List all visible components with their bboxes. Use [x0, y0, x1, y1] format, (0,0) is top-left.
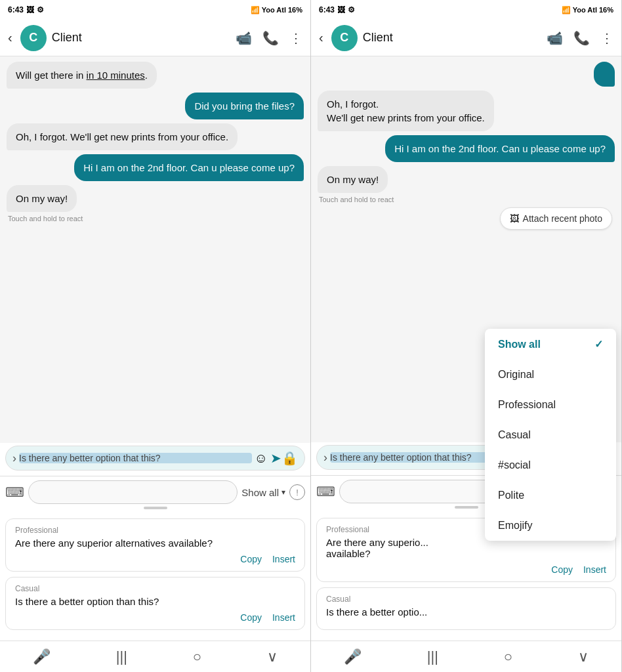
back-nav-left[interactable]: ∨ — [267, 648, 278, 665]
insert-btn-professional-left[interactable]: Insert — [272, 554, 295, 564]
card-actions-professional-right: Copy Insert — [326, 564, 606, 575]
drag-handle-left — [144, 507, 167, 509]
video-call-icon-left[interactable]: 📹 — [233, 28, 255, 49]
right-panel: 6:43 🖼 ⚙ 📶 Yoo Atl 16% ‹ C Client 📹 📞 ⋮ … — [311, 0, 622, 672]
dropdown-item-polite[interactable]: Polite — [485, 480, 616, 511]
show-all-btn-left[interactable]: Show all ▾ — [241, 487, 285, 498]
video-call-icon-right[interactable]: 📹 — [544, 28, 566, 49]
header-icons-left: 📹 📞 ⋮ — [233, 28, 305, 49]
contact-name-right: Client — [363, 31, 539, 45]
input-toolbar-left: ⌨ Show all ▾ ! — [5, 480, 305, 504]
attach-photo-button[interactable]: 🖼 Attach recent photo — [500, 207, 612, 230]
info-icon-left[interactable]: ! — [289, 484, 305, 500]
dropdown-item-casual-label: Casual — [498, 429, 531, 441]
header-right: ‹ C Client 📹 📞 ⋮ — [311, 20, 621, 56]
suggestion-cards-left: Professional Are there any superior alte… — [0, 516, 310, 640]
mic-nav-right[interactable]: 🎤 — [344, 648, 362, 665]
dropdown-item-emojify[interactable]: Emojify — [485, 511, 616, 541]
dropdown-item-show-all[interactable]: Show all ✓ — [485, 329, 616, 360]
dropdown-item-professional[interactable]: Professional — [485, 390, 616, 420]
recents-nav-right[interactable]: ||| — [427, 648, 438, 665]
dropdown-item-show-all-label: Show all — [498, 339, 541, 350]
drag-handle-right — [455, 506, 478, 509]
home-nav-right[interactable]: ○ — [504, 648, 512, 665]
copy-btn-professional-right[interactable]: Copy — [551, 564, 573, 575]
msg-received-right-1: Oh, I forgot.We'll get new prints from y… — [318, 91, 494, 131]
status-time-left: 6:43 🖼 ⚙ — [8, 5, 44, 14]
expand-icon-left[interactable]: › — [12, 452, 16, 465]
dropdown-item-original[interactable]: Original — [485, 360, 616, 390]
mic-nav-left[interactable]: 🎤 — [33, 648, 51, 665]
settings-icon-right: ⚙ — [348, 5, 355, 14]
avatar-right: C — [331, 25, 358, 51]
copy-btn-casual-left[interactable]: Copy — [240, 612, 262, 623]
wifi-icon-right: 📶 — [562, 6, 571, 14]
dropdown-item-casual[interactable]: Casual — [485, 420, 616, 450]
status-time-right: 6:43 🖼 ⚙ — [319, 5, 355, 14]
status-right-left: 📶 Yoo Atl 16% — [251, 6, 302, 14]
dropdown-item-professional-label: Professional — [498, 399, 556, 411]
msg-sent-right-0 — [594, 62, 615, 87]
home-nav-left[interactable]: ○ — [193, 648, 201, 665]
card-text-casual-right: Is there a better optio... — [326, 606, 606, 618]
msg-sent-2: Hi I am on the 2nd floor. Can u please c… — [74, 154, 304, 181]
copy-btn-professional-left[interactable]: Copy — [240, 554, 262, 564]
keyboard-icon-right[interactable]: ⌨ — [316, 484, 335, 499]
settings-icon-left: ⚙ — [37, 5, 44, 14]
compose-row-left[interactable]: › Is there any better option that this? … — [5, 446, 305, 471]
more-icon-right[interactable]: ⋮ — [598, 28, 616, 49]
send-icon-left[interactable]: ➤🔒 — [270, 450, 298, 466]
card-label-professional-left: Professional — [15, 526, 295, 535]
input-area-left: ⌨ Show all ▾ ! — [0, 476, 310, 516]
msg-sent-1: Did you bring the files? — [185, 93, 304, 119]
status-bar-right: 6:43 🖼 ⚙ 📶 Yoo Atl 16% — [311, 0, 621, 20]
card-actions-professional-left: Copy Insert — [15, 554, 295, 564]
more-icon-left[interactable]: ⋮ — [287, 28, 305, 49]
expand-icon-right[interactable]: › — [323, 451, 327, 465]
back-nav-right[interactable]: ∨ — [578, 648, 589, 665]
back-button-right[interactable]: ‹ — [316, 28, 326, 48]
compose-text-left[interactable]: Is there any better option that this? — [19, 453, 252, 463]
phone-icon-left[interactable]: 📞 — [260, 28, 281, 49]
check-icon-show-all: ✓ — [594, 338, 603, 350]
recents-nav-left[interactable]: ||| — [116, 648, 127, 665]
dropdown-item-social-label: #social — [498, 459, 531, 471]
phone-icon-right[interactable]: 📞 — [571, 28, 592, 49]
signal-icon-left: Yoo Atl — [262, 6, 286, 14]
msg-sent-right-2: Hi I am on the 2nd floor. Can u please c… — [385, 135, 615, 162]
dropdown-item-emojify-label: Emojify — [498, 520, 532, 532]
left-panel: 6:43 🖼 ⚙ 📶 Yoo Atl 16% ‹ C Client 📹 📞 ⋮ … — [0, 0, 311, 672]
dropdown-menu: Show all ✓ Original Professional Casual … — [485, 329, 616, 541]
insert-btn-casual-left[interactable]: Insert — [272, 612, 295, 623]
wifi-icon-left: 📶 — [251, 6, 260, 14]
dropdown-item-polite-label: Polite — [498, 490, 524, 501]
battery-left: 16% — [288, 6, 302, 14]
input-box-left[interactable] — [28, 480, 238, 504]
attach-photo-label: Attach recent photo — [523, 213, 602, 224]
suggestion-card-casual-right: Casual Is there a better optio... — [316, 587, 616, 630]
gallery-icon-left: 🖼 — [26, 5, 34, 14]
time-right: 6:43 — [319, 5, 335, 14]
status-bar-left: 6:43 🖼 ⚙ 📶 Yoo Atl 16% — [0, 0, 310, 20]
insert-btn-professional-right[interactable]: Insert — [583, 564, 606, 575]
touch-hold-right: Touch and hold to react — [319, 196, 394, 203]
avatar-left: C — [20, 25, 47, 51]
card-text-professional-left: Are there any superior alternatives avai… — [15, 537, 295, 549]
emoji-icon-left[interactable]: ☺ — [255, 451, 268, 466]
touch-hold-left: Touch and hold to react — [8, 215, 83, 222]
suggestion-card-professional-left: Professional Are there any superior alte… — [5, 518, 305, 572]
card-actions-casual-left: Copy Insert — [15, 612, 295, 623]
nav-bar-right: 🎤 ||| ○ ∨ — [311, 640, 621, 672]
back-button-left[interactable]: ‹ — [5, 28, 15, 48]
header-icons-right: 📹 📞 ⋮ — [544, 28, 616, 49]
status-right-right: 📶 Yoo Atl 16% — [562, 6, 613, 14]
keyboard-icon-left[interactable]: ⌨ — [5, 484, 24, 500]
msg-received-1: Will get there in in 10 minutes. — [7, 62, 157, 89]
chat-area-left: Will get there in in 10 minutes. Did you… — [0, 56, 310, 443]
dropdown-item-social[interactable]: #social — [485, 450, 616, 480]
card-text-casual-left: Is there a better option than this? — [15, 596, 295, 607]
nav-bar-left: 🎤 ||| ○ ∨ — [0, 640, 310, 672]
image-icon: 🖼 — [510, 213, 519, 224]
card-label-casual-right: Casual — [326, 595, 606, 604]
battery-right: 16% — [599, 6, 613, 14]
